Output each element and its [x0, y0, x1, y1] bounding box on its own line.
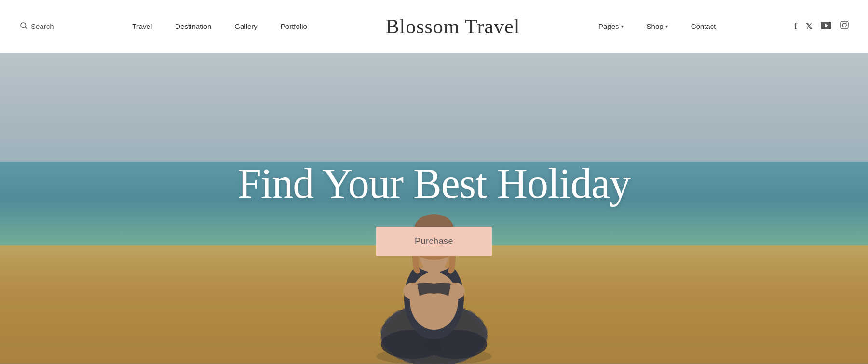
shop-dropdown-arrow: ▾: [665, 24, 668, 29]
header: Search Travel Destination Gallery Portfo…: [0, 0, 868, 53]
hero-title: Find Your Best Holiday: [238, 161, 630, 207]
right-nav: Pages ▾ Shop ▾ Contact: [598, 22, 716, 30]
hero-section: Find Your Best Holiday Purchase: [0, 53, 868, 364]
svg-rect-4: [841, 21, 848, 29]
svg-point-6: [846, 23, 847, 24]
left-nav: Travel Destination Gallery Portfolio: [132, 22, 307, 30]
search-label: Search: [31, 22, 54, 30]
site-logo[interactable]: Blossom Travel: [386, 15, 520, 38]
nav-item-portfolio[interactable]: Portfolio: [281, 22, 307, 30]
svg-line-1: [25, 27, 27, 29]
twitter-icon[interactable]: 𝕏: [806, 22, 812, 31]
hero-content: Find Your Best Holiday Purchase: [0, 53, 868, 364]
instagram-icon[interactable]: [840, 21, 849, 32]
nav-item-pages[interactable]: Pages ▾: [598, 22, 624, 30]
nav-item-gallery[interactable]: Gallery: [234, 22, 258, 30]
svg-point-5: [842, 23, 846, 27]
search-area[interactable]: Search: [19, 21, 54, 32]
social-icons: f 𝕏: [794, 21, 849, 32]
search-icon: [19, 21, 28, 32]
nav-item-destination[interactable]: Destination: [175, 22, 211, 30]
youtube-icon[interactable]: [821, 22, 831, 31]
nav-item-travel[interactable]: Travel: [132, 22, 152, 30]
pages-dropdown-arrow: ▾: [621, 24, 624, 29]
purchase-button[interactable]: Purchase: [376, 227, 492, 256]
nav-item-shop[interactable]: Shop ▾: [647, 22, 668, 30]
facebook-icon[interactable]: f: [794, 21, 797, 31]
nav-item-contact[interactable]: Contact: [691, 22, 716, 30]
svg-point-0: [21, 23, 26, 28]
